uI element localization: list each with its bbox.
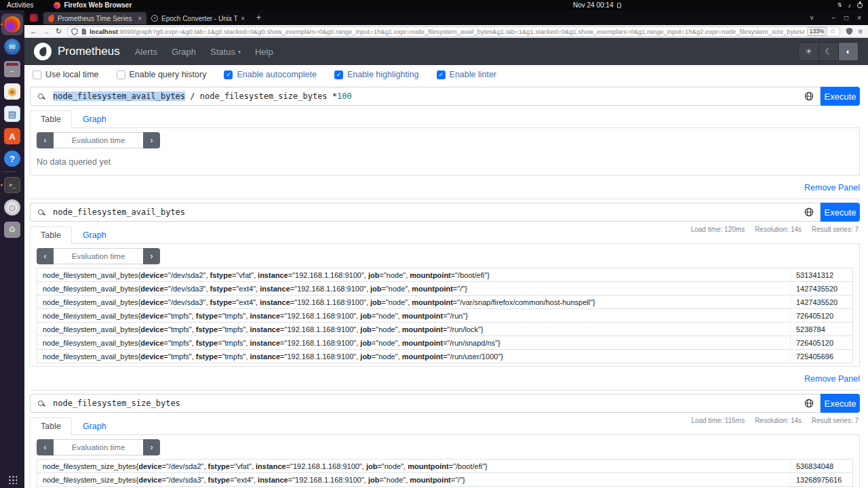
clock[interactable]: Nov 24 00:14 (573, 1, 621, 9)
metrics-explorer-globe-icon[interactable] (797, 87, 821, 106)
dock-item-help[interactable]: ? (1, 148, 23, 169)
panel-tabs: Table Graph Load time: 115ms Resolution:… (30, 418, 860, 435)
close-button[interactable]: × (857, 14, 861, 22)
tab-close-icon[interactable]: × (138, 15, 142, 22)
panel-separator (30, 390, 860, 390)
options-row: Use local timeEnable query history✓Enabl… (24, 65, 868, 83)
query-expression-input[interactable]: node_filesystem_size_bytes (50, 394, 797, 413)
zoom-level-badge[interactable]: 133% (807, 27, 827, 36)
nav-link-graph[interactable]: Graph (172, 47, 196, 57)
dock-item-firefox[interactable] (1, 14, 23, 35)
time-prev-button[interactable]: ‹ (37, 132, 54, 148)
extension-shield-icon[interactable] (846, 27, 853, 35)
checkbox-enable-linter[interactable]: ✓Enable linter (437, 70, 497, 79)
maximize-button[interactable]: □ (844, 14, 848, 22)
system-tray[interactable]: ⇅ ♪ (837, 2, 863, 9)
prometheus-page: Use local timeEnable query history✓Enabl… (24, 65, 868, 488)
query-expression-input[interactable]: node_filesystem_avail_bytes / node_files… (50, 87, 797, 106)
checkbox-icon[interactable]: ✓ (334, 70, 343, 79)
checkbox-use-local-time[interactable]: Use local time (33, 70, 99, 79)
nav-link-status[interactable]: Status▾ (210, 47, 241, 57)
checkbox-icon[interactable] (33, 70, 41, 79)
checkbox-enable-autocomplete[interactable]: ✓Enable autocomplete (224, 70, 316, 79)
browser-tab-epoch[interactable]: Epoch Converter - Unix T × (146, 12, 250, 24)
time-prev-button[interactable]: ‹ (37, 439, 54, 455)
bookmark-star-icon[interactable]: ☆ (830, 28, 836, 35)
results-table: node_filesystem_size_bytes{device="/dev/… (37, 459, 853, 488)
execute-button[interactable]: Execute (821, 203, 860, 222)
tab-graph[interactable]: Graph (72, 110, 117, 128)
series-cell: node_filesystem_avail_bytes{device="tmpf… (37, 336, 791, 350)
browser-tab-prometheus[interactable]: Prometheus Time Series × (43, 12, 146, 24)
menu-hamburger-icon[interactable]: ≡ (859, 28, 863, 35)
time-next-button[interactable]: › (143, 439, 160, 455)
value-cell: 1427435520 (791, 282, 853, 296)
dock-item-trash[interactable]: ♻ (1, 219, 23, 241)
result-series: Result series: 7 (812, 417, 859, 424)
evaluation-time-input[interactable] (54, 248, 143, 264)
list-tabs-chevron-icon[interactable]: ∨ (810, 14, 814, 21)
remove-panel-link[interactable]: Remove Panel (804, 183, 860, 192)
network-icon: ⇅ (837, 2, 842, 8)
writer-icon: ▤ (4, 106, 20, 122)
series-cell: node_filesystem_avail_bytes{device="/dev… (37, 282, 791, 296)
activities-button[interactable]: Activities (7, 1, 33, 9)
checkbox-enable-query-history[interactable]: Enable query history (117, 70, 207, 79)
checkbox-icon[interactable]: ✓ (437, 70, 446, 79)
tab-table[interactable]: Table (30, 110, 72, 128)
main-row: ✉◉▤A?>_⊙♻ Prometheus Time Series × Epoch… (0, 10, 868, 488)
time-prev-button[interactable]: ‹ (37, 248, 54, 264)
url-text[interactable]: localhost:9090/graph?g0.expr=&g0.tab=1&g… (90, 28, 804, 35)
prometheus-logo[interactable] (34, 43, 52, 60)
shield-icon[interactable] (71, 28, 78, 35)
theme-auto-button[interactable]: ◐ (838, 43, 858, 60)
back-button[interactable]: ← (30, 28, 37, 35)
checkbox-icon[interactable]: ✓ (224, 70, 233, 79)
forward-button[interactable]: → (43, 28, 50, 35)
minimize-button[interactable]: − (831, 14, 835, 22)
theme-light-button[interactable]: ☀ (799, 43, 818, 60)
time-next-button[interactable]: › (143, 248, 160, 264)
checkbox-enable-highlighting[interactable]: ✓Enable highlighting (334, 70, 419, 79)
evaluation-time-input[interactable] (54, 132, 143, 148)
evaluation-time-input[interactable] (54, 439, 143, 455)
nav-link-alerts[interactable]: Alerts (135, 47, 157, 57)
execute-button[interactable]: Execute (821, 87, 860, 106)
dock-item-software[interactable]: A (1, 125, 23, 147)
dock-item-terminal[interactable]: >_ (1, 174, 23, 196)
new-tab-button[interactable]: + (256, 13, 261, 22)
page-info-icon[interactable] (81, 28, 87, 35)
checkbox-label: Enable linter (450, 70, 497, 79)
series-cell: node_filesystem_avail_bytes{device="/dev… (37, 268, 791, 282)
firefox-view-icon[interactable] (30, 14, 38, 22)
brand-title[interactable]: Prometheus (58, 45, 120, 58)
notification-icon (617, 3, 621, 8)
dock-item-files[interactable] (1, 58, 23, 80)
time-next-button[interactable]: › (143, 132, 160, 148)
checkbox-label: Enable query history (130, 70, 207, 79)
remove-panel-link[interactable]: Remove Panel (804, 374, 860, 384)
dock-item-thunderbird[interactable]: ✉ (1, 36, 23, 58)
dock-item-disk[interactable]: ⊙ (1, 197, 23, 218)
tab-graph[interactable]: Graph (72, 418, 117, 435)
checkbox-icon[interactable] (117, 70, 125, 79)
query-expression-input[interactable]: node_filesystem_avail_bytes (50, 203, 797, 222)
show-applications-button[interactable] (7, 474, 17, 484)
url-bar[interactable]: localhost:9090/graph?g0.expr=&g0.tab=1&g… (67, 26, 840, 37)
dock-item-rhythmbox[interactable]: ◉ (1, 81, 23, 102)
metrics-explorer-globe-icon[interactable] (797, 394, 821, 413)
chevron-down-icon: ▾ (238, 49, 241, 55)
metrics-explorer-globe-icon[interactable] (797, 203, 821, 222)
tab-graph[interactable]: Graph (72, 226, 117, 244)
table-row: node_filesystem_avail_bytes{device="/dev… (37, 268, 853, 282)
nav-link-help[interactable]: Help (255, 47, 273, 57)
tab-close-icon[interactable]: × (241, 15, 245, 22)
nav-links: AlertsGraphStatus▾Help (135, 47, 273, 57)
tab-table[interactable]: Table (30, 226, 72, 244)
reload-button[interactable]: ↻ (56, 28, 62, 35)
tab-table[interactable]: Table (30, 418, 72, 435)
execute-button[interactable]: Execute (821, 394, 860, 413)
theme-dark-button[interactable]: ☾ (818, 43, 838, 60)
dock-item-writer[interactable]: ▤ (1, 103, 23, 125)
panel-content: ‹ › No data queried yet (30, 128, 860, 176)
